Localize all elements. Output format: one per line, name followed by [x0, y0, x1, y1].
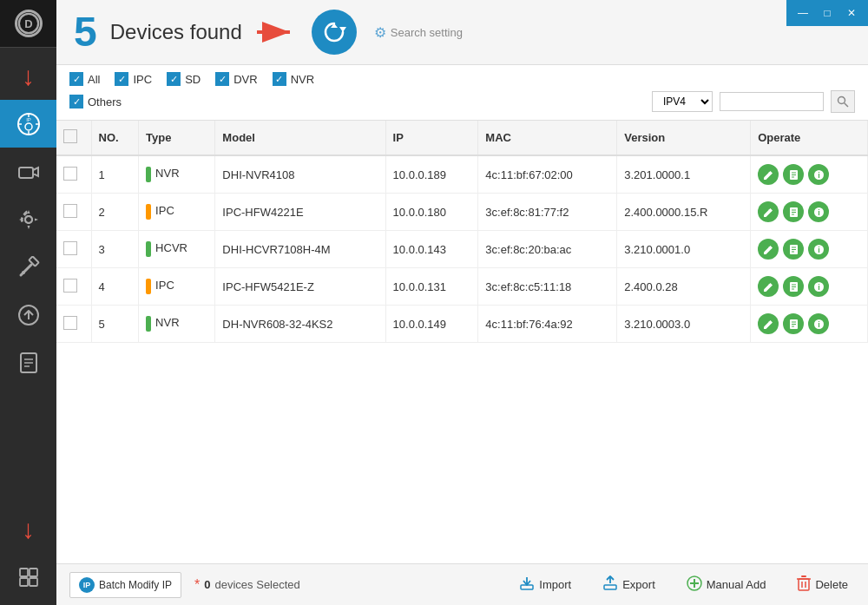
footer-asterisk: * — [194, 577, 200, 593]
search-setting-label: Search setting — [391, 26, 463, 39]
filter-nvr-checkbox[interactable] — [273, 72, 286, 86]
edit-button-1[interactable] — [758, 164, 779, 185]
edit-button-2[interactable] — [758, 201, 779, 222]
export-label: Export — [622, 578, 655, 591]
sidebar-item-ip-search[interactable]: IP — [0, 100, 56, 148]
svg-rect-72 — [799, 579, 809, 590]
col-checkbox — [56, 121, 91, 155]
svg-text:D: D — [24, 17, 32, 30]
row-checkbox-5[interactable] — [63, 316, 77, 330]
type-dot-5 — [146, 316, 151, 332]
import-icon — [519, 575, 535, 595]
footer-selected-info: * 0 devices Selected — [194, 577, 300, 593]
row-checkbox-2[interactable] — [63, 204, 77, 218]
row-ip: 10.0.0.189 — [385, 155, 478, 194]
row-model: IPC-HFW5421E-Z — [215, 268, 385, 306]
config-button-5[interactable] — [783, 313, 804, 334]
filter-all[interactable]: All — [69, 72, 100, 86]
type-dot-3 — [146, 241, 151, 257]
sidebar-nav: ↓ IP — [0, 48, 56, 505]
row-ip: 10.0.0.180 — [385, 194, 478, 231]
row-checkbox-1[interactable] — [63, 167, 77, 181]
search-input[interactable] — [720, 92, 824, 111]
sidebar-item-tools[interactable] — [0, 243, 56, 291]
minimize-button[interactable]: — — [791, 0, 815, 26]
delete-icon — [797, 575, 811, 595]
edit-button-4[interactable] — [758, 276, 779, 297]
row-checkbox-3[interactable] — [63, 241, 77, 255]
filter-nvr[interactable]: NVR — [273, 72, 314, 86]
logo-icon: D — [15, 10, 43, 37]
svg-marker-10 — [33, 168, 38, 176]
filter-others-checkbox[interactable] — [69, 95, 83, 109]
svg-rect-67 — [604, 585, 616, 589]
maximize-button[interactable]: □ — [815, 0, 839, 26]
config-button-2[interactable] — [783, 201, 804, 222]
config-button-3[interactable] — [783, 239, 804, 260]
row-mac: 3c:ef:8c:20:ba:ac — [478, 231, 617, 268]
row-operate: i — [751, 231, 868, 268]
svg-rect-23 — [30, 569, 37, 576]
config-button-1[interactable] — [783, 164, 804, 185]
sidebar-item-upload[interactable] — [0, 291, 56, 339]
info-button-4[interactable]: i — [808, 276, 829, 297]
row-ip: 10.0.0.131 — [385, 268, 478, 306]
row-checkbox-cell — [56, 194, 91, 231]
table-row: 4 IPC IPC-HFW5421E-Z 10.0.0.131 3c:ef:8c… — [56, 268, 868, 306]
col-version: Version — [617, 121, 751, 155]
info-button-5[interactable]: i — [808, 313, 829, 334]
config-button-4[interactable] — [783, 276, 804, 297]
export-button[interactable]: Export — [595, 572, 662, 598]
info-button-1[interactable]: i — [808, 164, 829, 185]
row-mac: 3c:ef:8c:c5:11:18 — [478, 268, 617, 306]
row-type: NVR — [139, 306, 215, 343]
import-button[interactable]: Import — [512, 572, 578, 598]
svg-text:i: i — [818, 171, 820, 180]
sidebar-item-grid[interactable] — [0, 553, 56, 601]
row-mac: 3c:ef:8c:81:77:f2 — [478, 194, 617, 231]
sidebar-item-docs[interactable] — [0, 339, 56, 386]
row-type: HCVR — [139, 231, 215, 268]
filter-dvr-checkbox[interactable] — [215, 72, 229, 86]
row-no: 5 — [91, 306, 139, 343]
edit-button-3[interactable] — [758, 239, 779, 260]
row-version: 2.400.0000.15.R — [617, 194, 751, 231]
row-checkbox-cell — [56, 306, 91, 343]
select-all-checkbox[interactable] — [63, 129, 77, 143]
svg-rect-24 — [20, 578, 28, 586]
filter-ipc[interactable]: IPC — [115, 72, 152, 86]
ip-version-select[interactable]: IPV4 IPV6 — [652, 91, 713, 112]
info-button-2[interactable]: i — [808, 201, 829, 222]
row-version: 3.210.0001.0 — [617, 231, 751, 268]
search-button[interactable] — [831, 90, 855, 113]
svg-line-29 — [845, 103, 849, 108]
info-button-3[interactable]: i — [808, 239, 829, 260]
selected-count: 0 — [204, 578, 210, 591]
edit-button-5[interactable] — [758, 313, 779, 334]
filter-right-controls: IPV4 IPV6 — [652, 90, 855, 113]
delete-button[interactable]: Delete — [790, 572, 855, 598]
sidebar-item-camera[interactable] — [0, 148, 56, 195]
sidebar-item-settings[interactable] — [0, 195, 56, 243]
filter-others[interactable]: Others — [69, 95, 122, 109]
svg-text:i: i — [818, 320, 820, 329]
sidebar-arrow-down-bottom: ↓ — [0, 505, 56, 553]
close-button[interactable]: ✕ — [839, 0, 864, 26]
col-no: NO. — [91, 121, 139, 155]
filter-ipc-checkbox[interactable] — [115, 72, 128, 86]
svg-point-4 — [25, 123, 32, 130]
batch-modify-ip-button[interactable]: IP Batch Modify IP — [69, 572, 181, 598]
manual-add-button[interactable]: Manual Add — [680, 572, 773, 598]
manual-add-label: Manual Add — [707, 578, 766, 591]
row-model: IPC-HFW4221E — [215, 194, 385, 231]
filter-sd[interactable]: SD — [167, 72, 201, 86]
filter-all-checkbox[interactable] — [69, 72, 83, 86]
footer-actions: Import Export — [512, 572, 855, 598]
filter-sd-checkbox[interactable] — [167, 72, 181, 86]
row-checkbox-4[interactable] — [63, 279, 77, 293]
svg-text:IP: IP — [26, 117, 31, 122]
window-controls: — □ ✕ — [786, 0, 868, 26]
filter-dvr[interactable]: DVR — [215, 72, 257, 86]
refresh-button[interactable] — [312, 10, 357, 55]
search-setting-button[interactable]: ⚙ Search setting — [374, 24, 463, 41]
